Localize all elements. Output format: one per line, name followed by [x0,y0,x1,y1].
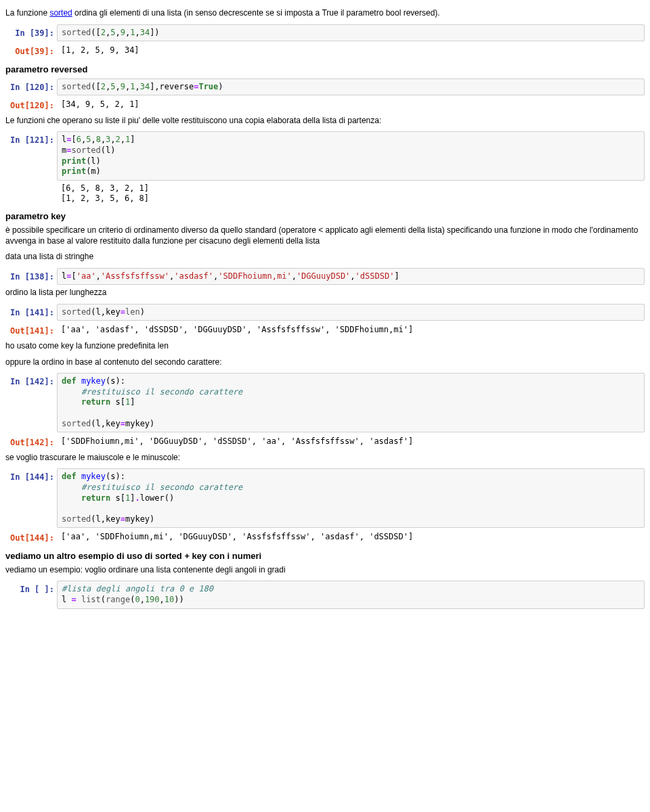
code-input[interactable]: sorted([2,5,9,1,34]) [57,24,645,42]
text: ordina gli elementi di una lista (in sen… [72,8,440,18]
cell-in-141: In [141]: sorted(l,key=len) [5,304,645,321]
cell-out-141: Out[141]: ['aa', 'asdasf', 'dSSDSD', 'DG… [5,322,645,338]
heading-reversed: parametro reversed [5,64,645,76]
cell-in-142: In [142]: def mykey(s): #restituisco il … [5,373,645,432]
paragraph: ho usato come key la funzione predefinit… [5,341,645,352]
paragraph: se voglio trascurare le maiuscole e le m… [5,453,645,464]
text: La funzione [5,8,49,18]
cell-out-39: Out[39]: [1, 2, 5, 9, 34] [5,43,645,59]
prompt-in: In [121]: [5,131,57,180]
output-text: [34, 9, 5, 2, 1] [57,97,144,113]
output-text: [1, 2, 5, 9, 34] [57,43,144,59]
output-text: ['SDDFhoiumn,mi', 'DGGuuyDSD', 'dSSDSD',… [57,434,417,450]
heading-numbers: vediamo un altro esempio di uso di sorte… [5,551,645,562]
prompt-in: In [120]: [5,78,57,96]
paragraph: oppure la ordino in base al contenuto de… [5,357,645,368]
paragraph: data una lista di stringhe [5,252,645,263]
cell-in-39: In [39]: sorted([2,5,9,1,34]) [5,24,645,42]
code-input[interactable]: sorted(l,key=len) [57,304,645,321]
cell-out-142: Out[142]: ['SDDFhoiumn,mi', 'DGGuuyDSD',… [5,434,645,450]
sorted-link[interactable]: sorted [49,8,72,18]
prompt-out: Out[120]: [5,97,57,113]
prompt-in: In [141]: [5,304,57,321]
cell-in-144: In [144]: def mykey(s): #restituisco il … [5,468,645,528]
paragraph: è possibile specificare un criterio di o… [5,225,645,246]
cell-in-empty: In [ ]: #lista degli angoli tra 0 e 180 … [5,581,645,608]
code-input[interactable]: l=['aa','Assfsfsffssw','asdasf','SDDFhoi… [57,268,645,286]
cell-in-120: In [120]: sorted([2,5,9,1,34],reverse=Tr… [5,78,645,96]
prompt-in: In [144]: [5,468,57,528]
cell-in-121: In [121]: l=[6,5,8,3,2,1] m=sorted(l) pr… [5,131,645,180]
prompt-out: Out[39]: [5,43,57,59]
output-text: ['aa', 'asdasf', 'dSSDSD', 'DGGuuyDSD', … [57,322,417,338]
prompt-out: Out[144]: [5,529,57,545]
prompt-in: In [ ]: [5,581,57,608]
code-input[interactable]: sorted([2,5,9,1,34],reverse=True) [57,78,645,96]
output-text: ['aa', 'SDDFhoiumn,mi', 'DGGuuyDSD', 'As… [57,529,417,545]
stdout-text: [6, 5, 8, 3, 2, 1] [1, 2, 3, 5, 6, 8] [57,182,153,206]
code-input[interactable]: #lista degli angoli tra 0 e 180 l = list… [57,581,645,608]
cell-out-144: Out[144]: ['aa', 'SDDFhoiumn,mi', 'DGGuu… [5,529,645,545]
paragraph: ordino la lista per lunghezza [5,288,645,298]
paragraph: vediamo un esempio: voglio ordinare una … [5,565,645,576]
cell-in-138: In [138]: l=['aa','Assfsfsffssw','asdasf… [5,268,645,286]
prompt-in: In [39]: [5,24,57,42]
prompt-out: Out[141]: [5,322,57,338]
heading-key: parametro key [5,211,645,223]
code-input[interactable]: def mykey(s): #restituisco il secondo ca… [57,468,645,528]
prompt-in: In [138]: [5,268,57,286]
code-input[interactable]: def mykey(s): #restituisco il secondo ca… [57,373,645,432]
intro-paragraph: La funzione sorted ordina gli elementi d… [5,8,645,19]
stdout-121: [6, 5, 8, 3, 2, 1] [1, 2, 3, 5, 6, 8] [5,182,645,206]
prompt-in: In [142]: [5,373,57,432]
prompt-out: Out[142]: [5,434,57,450]
cell-out-120: Out[120]: [34, 9, 5, 2, 1] [5,97,645,113]
paragraph: Le funzioni che operano su liste il piu'… [5,116,645,127]
prompt-empty [5,182,57,206]
code-input[interactable]: l=[6,5,8,3,2,1] m=sorted(l) print(l) pri… [57,131,645,180]
